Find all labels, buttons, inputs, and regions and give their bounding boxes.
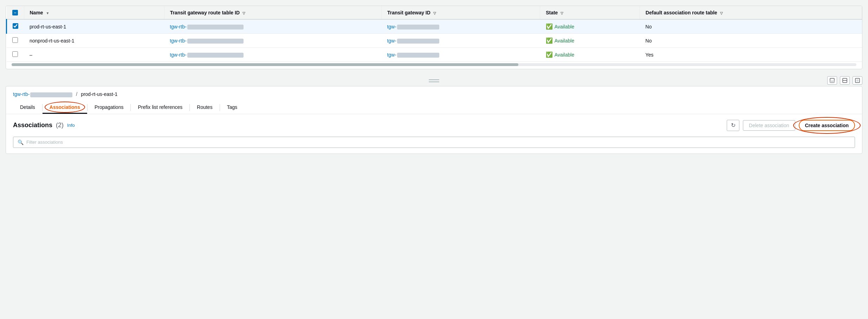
delete-association-button[interactable]: Delete association	[743, 120, 795, 131]
collapse-panel-button[interactable]	[853, 76, 862, 85]
associations-highlight: Associations	[50, 104, 80, 110]
row-1-gateway-redacted	[397, 25, 439, 30]
svg-rect-0	[429, 79, 439, 80]
breadcrumb: tgw-rtb- / prod-rt-us-east-1	[13, 91, 855, 97]
expand-panel-button[interactable]	[827, 76, 837, 85]
default-assoc-sort-icon: ▽	[720, 11, 723, 15]
row-3-default-assoc: Yes	[640, 48, 862, 62]
row-1-route-table-link[interactable]: tgw-rtb-	[170, 24, 243, 30]
tab-propagations[interactable]: Propagations	[88, 102, 131, 114]
name-sort-icon: ▼	[46, 11, 50, 15]
split-panel-button[interactable]	[840, 76, 850, 85]
gateway-id-sort-icon: ▽	[433, 11, 436, 15]
row-2-checkbox[interactable]	[12, 37, 18, 43]
table-wrapper: – Name ▼ Transit gateway route table ID …	[6, 6, 862, 62]
row-3-route-table-id[interactable]: tgw-rtb-	[164, 48, 381, 62]
detail-header: tgw-rtb- / prod-rt-us-east-1 Details Ass…	[6, 86, 862, 114]
table-row[interactable]: nonprod-rt-us-east-1 tgw-rtb- tgw-	[7, 34, 862, 48]
row-2-status-icon: ✅	[546, 37, 553, 44]
panel-divider	[0, 75, 868, 86]
gateway-id-column-header[interactable]: Transit gateway ID ▽	[381, 6, 540, 19]
svg-rect-7	[856, 79, 859, 82]
horizontal-scrollbar[interactable]	[12, 63, 856, 66]
row-1-checkbox[interactable]	[13, 23, 18, 29]
row-3-name: –	[24, 48, 164, 62]
state-column-header[interactable]: State ▽	[540, 6, 640, 19]
row-1-gateway-link[interactable]: tgw-	[387, 24, 439, 30]
breadcrumb-separator: /	[76, 91, 77, 97]
create-association-button[interactable]: Create association	[799, 120, 855, 131]
row-1-route-table-redacted	[187, 25, 244, 30]
tab-associations[interactable]: Associations	[43, 102, 87, 114]
row-1-default-assoc: No	[640, 19, 862, 34]
route-table: – Name ▼ Transit gateway route table ID …	[6, 6, 862, 62]
tab-details[interactable]: Details	[13, 102, 42, 114]
breadcrumb-current: prod-rt-us-east-1	[81, 91, 117, 97]
tab-prefix-list-references[interactable]: Prefix list references	[131, 102, 189, 114]
filter-associations-row[interactable]: 🔍 Filter associations	[13, 137, 855, 148]
row-3-route-table-link[interactable]: tgw-rtb-	[170, 52, 243, 58]
row-2-checkbox-cell[interactable]	[7, 34, 24, 48]
table-header-row: – Name ▼ Transit gateway route table ID …	[7, 6, 862, 19]
breadcrumb-id-redacted	[30, 92, 72, 97]
select-all-header[interactable]: –	[7, 6, 24, 19]
row-2-route-table-id[interactable]: tgw-rtb-	[164, 34, 381, 48]
refresh-button[interactable]: ↻	[727, 120, 739, 131]
table-row[interactable]: – tgw-rtb- tgw- ✅	[7, 48, 862, 62]
row-3-gateway-redacted	[397, 53, 439, 58]
row-2-gateway-id[interactable]: tgw-	[381, 34, 540, 48]
associations-title: Associations	[13, 122, 52, 129]
route-table-id-sort-icon: ▽	[242, 11, 245, 15]
row-1-state: ✅ Available	[540, 19, 640, 34]
row-3-checkbox-cell[interactable]	[7, 48, 24, 62]
row-1-status-icon: ✅	[546, 23, 553, 30]
name-column-header[interactable]: Name ▼	[24, 6, 164, 19]
row-2-route-table-link[interactable]: tgw-rtb-	[170, 38, 243, 44]
breadcrumb-id-link[interactable]: tgw-rtb-	[13, 91, 74, 97]
row-3-status-available: ✅ Available	[546, 51, 634, 58]
svg-rect-1	[429, 82, 439, 82]
row-2-name: nonprod-rt-us-east-1	[24, 34, 164, 48]
tab-tags[interactable]: Tags	[220, 102, 245, 114]
search-icon: 🔍	[18, 139, 24, 145]
row-1-gateway-id[interactable]: tgw-	[381, 19, 540, 34]
tabs-row: Details Associations Propagations Prefix…	[13, 102, 855, 114]
row-3-state: ✅ Available	[540, 48, 640, 62]
associations-panel: Associations (2) Info ↻ Delete associati…	[6, 114, 862, 154]
state-sort-icon: ▽	[561, 11, 563, 15]
drag-handle[interactable]	[429, 79, 439, 82]
row-3-gateway-id[interactable]: tgw-	[381, 48, 540, 62]
associations-count: (2)	[56, 122, 64, 129]
row-3-route-table-redacted	[187, 53, 244, 58]
row-2-gateway-redacted	[397, 39, 439, 44]
svg-rect-3	[830, 80, 834, 83]
route-table-id-column-header[interactable]: Transit gateway route table ID ▽	[164, 6, 381, 19]
associations-actions: ↻ Delete association Create association	[727, 120, 855, 131]
row-3-gateway-link[interactable]: tgw-	[387, 52, 439, 58]
row-2-status-available: ✅ Available	[546, 37, 634, 44]
associations-header: Associations (2) Info ↻ Delete associati…	[13, 120, 855, 131]
table-row[interactable]: prod-rt-us-east-1 tgw-rtb- tgw-	[7, 19, 862, 34]
panel-controls	[827, 76, 862, 85]
create-association-wrapper: Create association	[799, 120, 855, 131]
row-1-checkbox-cell[interactable]	[7, 19, 24, 34]
row-2-state: ✅ Available	[540, 34, 640, 48]
row-2-default-assoc: No	[640, 34, 862, 48]
row-1-route-table-id[interactable]: tgw-rtb-	[164, 19, 381, 34]
scrollbar-thumb[interactable]	[12, 63, 518, 66]
associations-info-link[interactable]: Info	[67, 123, 75, 128]
tab-routes[interactable]: Routes	[190, 102, 219, 114]
row-1-name[interactable]: prod-rt-us-east-1	[24, 19, 164, 34]
associations-title-row: Associations (2) Info	[13, 122, 75, 129]
detail-panel: tgw-rtb- / prod-rt-us-east-1 Details Ass…	[6, 86, 862, 154]
row-3-checkbox[interactable]	[12, 51, 18, 57]
route-table-list: – Name ▼ Transit gateway route table ID …	[6, 6, 862, 69]
default-assoc-column-header[interactable]: Default association route table ▽	[640, 6, 862, 19]
row-1-status-available: ✅ Available	[546, 23, 634, 30]
row-2-route-table-redacted	[187, 39, 244, 44]
row-2-gateway-link[interactable]: tgw-	[387, 38, 439, 44]
filter-placeholder-text: Filter associations	[26, 139, 63, 145]
row-3-status-icon: ✅	[546, 51, 553, 58]
